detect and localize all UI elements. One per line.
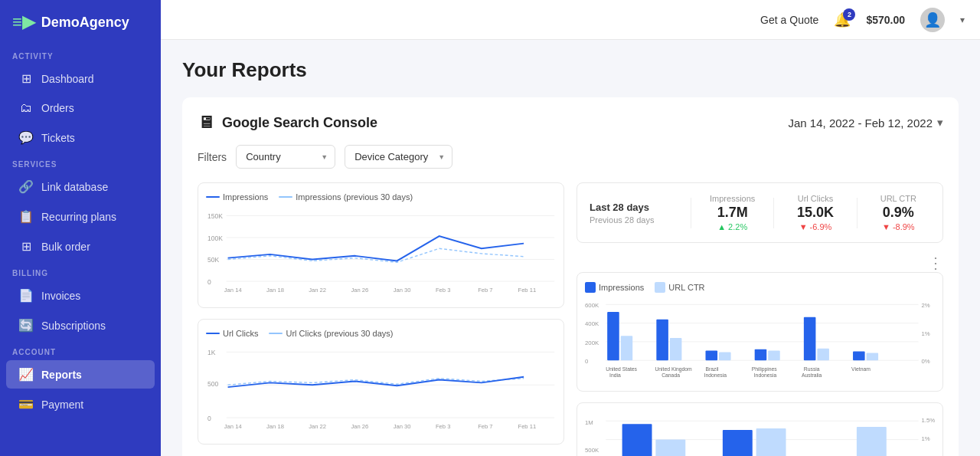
svg-text:Jan 26: Jan 26 (351, 287, 368, 294)
country-filter[interactable]: Country (236, 145, 335, 169)
sidebar-item-invoices[interactable]: 📄 Invoices (6, 281, 155, 310)
url-clicks-legend-label: Url Clicks (223, 329, 258, 338)
sidebar-item-subscriptions[interactable]: 🔄 Subscriptions (6, 311, 155, 340)
impressions-legend-item: Impressions (206, 192, 268, 202)
impressions-svg-chart: 150K 100K 50K 0 (206, 206, 556, 298)
svg-text:Feb 7: Feb 7 (478, 423, 492, 430)
svg-text:Jan 14: Jan 14 (224, 423, 243, 430)
stats-divider-2 (773, 198, 774, 228)
svg-text:1K: 1K (207, 349, 216, 356)
notifications-bell[interactable]: 🔔 2 (834, 11, 851, 28)
country-ctr-label: URL CTR (668, 283, 704, 292)
sidebar-item-reports[interactable]: 📈 Reports (6, 360, 155, 389)
report-card: 🖥 Google Search Console Jan 14, 2022 - F… (182, 97, 959, 456)
notification-badge: 2 (843, 8, 855, 21)
svg-text:India: India (609, 372, 621, 378)
country-impressions-legend: Impressions (585, 282, 644, 293)
impressions-line-chart: Impressions Impressions (previous 30 day… (198, 182, 564, 308)
date-chevron-icon: ▾ (937, 116, 943, 130)
sidebar-item-tickets[interactable]: 💬 Tickets (6, 123, 155, 152)
country-bar-legend: Impressions URL CTR (585, 282, 935, 293)
sidebar-item-label: Link database (41, 181, 108, 193)
orders-icon: 🗂 (18, 101, 34, 115)
sidebar-item-label: Invoices (41, 290, 80, 302)
svg-rect-75 (622, 424, 652, 456)
sidebar: ≡▶ DemoAgency ACTIVITY ⊞ Dashboard 🗂 Ord… (0, 0, 161, 456)
report-header: 🖥 Google Search Console Jan 14, 2022 - F… (198, 113, 943, 133)
impressions-prev-legend-label: Impressions (previous 30 days) (296, 192, 413, 202)
link-icon: 🔗 (18, 179, 34, 194)
sidebar-item-payment[interactable]: 💳 Payment (6, 390, 155, 418)
svg-text:Jan 26: Jan 26 (351, 423, 368, 430)
svg-rect-77 (723, 430, 753, 456)
url-clicks-stat-value: 15.0K (783, 205, 847, 221)
invoices-icon: 📄 (18, 288, 34, 303)
recurring-icon: 📋 (18, 209, 34, 224)
device-bar-chart: 1M 500K 0 1.5% 1% 0.5% 0% (577, 402, 943, 456)
sidebar-item-bulk-order[interactable]: ⊞ Bulk order (6, 232, 155, 261)
sidebar-item-orders[interactable]: 🗂 Orders (6, 94, 155, 122)
avatar-chevron-icon[interactable]: ▾ (960, 15, 965, 25)
svg-rect-44 (670, 338, 682, 360)
country-bar-chart: Impressions URL CTR 600K 400K 200K (577, 272, 943, 392)
report-title-text: Google Search Console (222, 115, 377, 131)
svg-text:600K: 600K (585, 302, 599, 309)
content-area: Your Reports 🖥 Google Search Console Jan… (161, 40, 980, 456)
sidebar-item-label: Bulk order (41, 241, 90, 253)
url-ctr-stat-change: ▼ -8.9% (867, 222, 930, 231)
svg-text:Jan 30: Jan 30 (394, 423, 411, 430)
url-clicks-stat: Url Clicks 15.0K ▼ -6.9% (783, 194, 847, 231)
sidebar-item-label: Recurring plans (41, 211, 116, 223)
svg-rect-46 (719, 353, 731, 361)
svg-text:Vietnam: Vietnam (851, 366, 871, 372)
impressions-stat-label: Impressions (701, 194, 764, 203)
svg-rect-47 (755, 349, 767, 361)
url-clicks-stat-change: ▼ -6.9% (783, 222, 847, 231)
stats-period: Last 28 days Previous 28 days (590, 202, 681, 225)
svg-text:Jan 14: Jan 14 (224, 287, 243, 294)
sidebar-item-label: Payment (41, 399, 83, 411)
left-charts: Impressions Impressions (previous 30 day… (198, 182, 564, 456)
svg-text:0: 0 (585, 358, 589, 365)
svg-text:Jan 30: Jan 30 (394, 287, 411, 294)
impressions-prev-legend-item: Impressions (previous 30 days) (279, 192, 413, 202)
svg-rect-41 (607, 312, 619, 360)
charts-grid: Impressions Impressions (previous 30 day… (198, 182, 943, 456)
stats-period-sub: Previous 28 days (590, 215, 681, 225)
svg-text:1%: 1% (921, 330, 929, 337)
filters-row: Filters Country Device Category (198, 145, 943, 169)
date-range-picker[interactable]: Jan 14, 2022 - Feb 12, 2022 ▾ (789, 116, 943, 130)
svg-text:Indonesia: Indonesia (704, 372, 727, 378)
svg-rect-80 (857, 427, 887, 456)
more-options-button[interactable]: ⋮ (577, 254, 943, 272)
tickets-icon: 💬 (18, 130, 34, 145)
dashboard-icon: ⊞ (18, 71, 34, 86)
device-category-filter[interactable]: Device Category (345, 145, 452, 169)
svg-rect-52 (867, 353, 879, 361)
svg-text:Jan 22: Jan 22 (309, 287, 326, 294)
svg-text:Jan 18: Jan 18 (266, 287, 284, 294)
url-clicks-line-color (206, 333, 220, 334)
payment-icon: 💳 (18, 397, 34, 412)
date-range-text: Jan 14, 2022 - Feb 12, 2022 (789, 116, 933, 130)
sidebar-item-label: Reports (41, 369, 82, 381)
svg-rect-42 (621, 336, 633, 360)
sidebar-item-dashboard[interactable]: ⊞ Dashboard (6, 64, 155, 93)
url-ctr-stat-label: URL CTR (867, 194, 930, 203)
url-clicks-prev-legend-label: Url Clicks (previous 30 days) (286, 329, 393, 338)
svg-text:United Kingdom: United Kingdom (655, 366, 692, 372)
logo-text: DemoAgency (41, 15, 129, 31)
logo-icon: ≡▶ (12, 12, 35, 32)
svg-text:Indonesia: Indonesia (754, 372, 777, 378)
svg-text:2%: 2% (921, 302, 929, 309)
account-balance: $570.00 (866, 14, 905, 26)
url-ctr-stat: URL CTR 0.9% ▼ -8.9% (867, 194, 930, 231)
user-avatar[interactable]: 👤 (920, 8, 945, 32)
sidebar-item-recurring-plans[interactable]: 📋 Recurring plans (6, 202, 155, 231)
svg-text:Canada: Canada (662, 372, 680, 378)
svg-text:50K: 50K (207, 256, 220, 264)
svg-text:Feb 3: Feb 3 (436, 423, 450, 430)
stats-period-main: Last 28 days (590, 202, 681, 213)
get-quote-button[interactable]: Get a Quote (760, 14, 818, 26)
sidebar-item-link-database[interactable]: 🔗 Link database (6, 172, 155, 201)
